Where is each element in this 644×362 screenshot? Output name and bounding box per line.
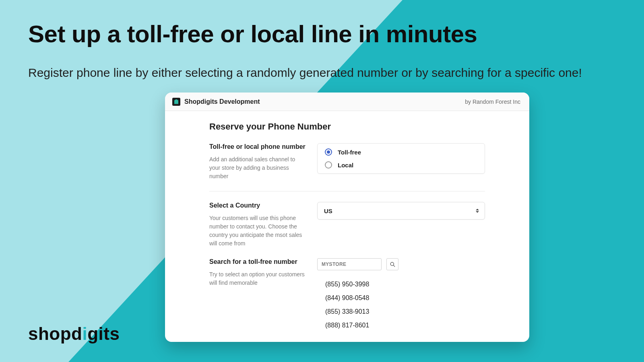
country-select-value: US xyxy=(324,208,332,214)
app-name: Shopdigits Development xyxy=(184,98,260,105)
brand-suffix: gits xyxy=(87,324,120,343)
app-byline: by Random Forest Inc xyxy=(465,99,520,105)
row-search: Search for a toll-free number Try to sel… xyxy=(209,258,485,332)
brand-prefix: shopd xyxy=(28,324,82,343)
brand-accent: i xyxy=(82,324,87,343)
svg-point-1 xyxy=(390,262,394,265)
result-item[interactable]: (844) 908-0548 xyxy=(317,291,485,305)
radio-local-label: Local xyxy=(338,162,353,169)
app-header: Shopdigits Development by Random Forest … xyxy=(165,93,529,111)
search-help: Try to select an option your customers w… xyxy=(209,270,306,287)
search-results: (855) 950-3998 (844) 908-0548 (855) 338-… xyxy=(317,278,485,332)
country-label: Select a Country xyxy=(209,202,306,209)
row-country: Select a Country Your customers will use… xyxy=(209,202,485,258)
section-title: Reserve your Phone Number xyxy=(209,121,485,132)
radio-icon-checked xyxy=(325,148,332,156)
radio-icon-unchecked xyxy=(325,161,332,169)
search-button[interactable] xyxy=(386,258,398,270)
radio-local[interactable]: Local xyxy=(325,161,477,169)
country-help: Your customers will use this phone numbe… xyxy=(209,214,306,248)
svg-line-2 xyxy=(393,265,395,267)
form-body: Reserve your Phone Number Toll-free or l… xyxy=(165,111,529,342)
search-label: Search for a toll-free number xyxy=(209,258,306,265)
country-select[interactable]: US xyxy=(317,202,485,220)
number-type-help: Add an additional sales channel to your … xyxy=(209,155,306,181)
app-window: Shopdigits Development by Random Forest … xyxy=(165,93,529,342)
result-item[interactable]: (855) 950-3998 xyxy=(317,278,485,291)
result-item[interactable]: (888) 817-8601 xyxy=(317,319,485,332)
number-type-label: Toll-free or local phone number xyxy=(209,143,306,150)
app-icon xyxy=(172,98,180,106)
hero-subtitle: Register phone line by either selecting … xyxy=(28,62,616,83)
search-icon xyxy=(390,261,396,267)
number-type-radio-group: Toll-free Local xyxy=(317,143,485,174)
radio-tollfree-label: Toll-free xyxy=(338,149,361,156)
hero-title: Set up a toll-free or local line in minu… xyxy=(28,20,616,48)
brand-logo: shopdigits xyxy=(28,324,120,344)
search-input[interactable] xyxy=(317,258,382,270)
marketing-slide: Set up a toll-free or local line in minu… xyxy=(0,0,644,362)
radio-tollfree[interactable]: Toll-free xyxy=(325,148,477,156)
row-number-type: Toll-free or local phone number Add an a… xyxy=(209,143,485,191)
updown-icon xyxy=(476,209,479,213)
result-item[interactable]: (855) 338-9013 xyxy=(317,305,485,319)
